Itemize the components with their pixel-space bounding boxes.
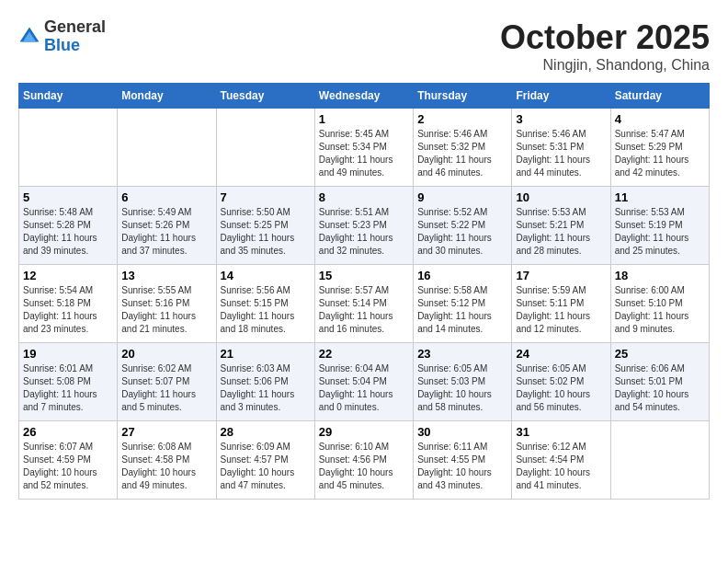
calendar-cell: 22Sunrise: 6:04 AM Sunset: 5:04 PM Dayli… (314, 343, 413, 421)
day-number: 2 (417, 112, 507, 126)
calendar-cell (216, 109, 314, 187)
day-number: 24 (516, 347, 606, 361)
day-number: 26 (23, 425, 113, 439)
day-info: Sunrise: 5:53 AM Sunset: 5:21 PM Dayligh… (516, 206, 606, 258)
day-header-friday: Friday (512, 84, 610, 109)
calendar-cell (19, 109, 118, 187)
day-info: Sunrise: 6:08 AM Sunset: 4:58 PM Dayligh… (121, 441, 211, 492)
day-info: Sunrise: 6:02 AM Sunset: 5:07 PM Dayligh… (121, 362, 211, 414)
calendar-table: SundayMondayTuesdayWednesdayThursdayFrid… (18, 83, 710, 500)
day-info: Sunrise: 5:51 AM Sunset: 5:23 PM Dayligh… (319, 206, 409, 258)
day-info: Sunrise: 6:10 AM Sunset: 4:56 PM Dayligh… (319, 441, 409, 492)
day-number: 28 (221, 425, 311, 439)
day-number: 4 (615, 112, 705, 126)
calendar-cell: 3Sunrise: 5:46 AM Sunset: 5:31 PM Daylig… (512, 109, 610, 187)
calendar-cell: 27Sunrise: 6:08 AM Sunset: 4:58 PM Dayli… (118, 421, 216, 500)
day-info: Sunrise: 6:03 AM Sunset: 5:06 PM Dayligh… (221, 362, 311, 414)
day-header-saturday: Saturday (610, 84, 709, 109)
calendar-cell: 31Sunrise: 6:12 AM Sunset: 4:54 PM Dayli… (512, 421, 610, 500)
day-info: Sunrise: 6:05 AM Sunset: 5:02 PM Dayligh… (516, 362, 606, 414)
day-info: Sunrise: 5:56 AM Sunset: 5:15 PM Dayligh… (221, 284, 311, 336)
month-title: October 2025 (500, 18, 710, 57)
day-number: 9 (417, 190, 507, 204)
day-info: Sunrise: 5:50 AM Sunset: 5:25 PM Dayligh… (221, 206, 311, 258)
day-info: Sunrise: 5:57 AM Sunset: 5:14 PM Dayligh… (319, 284, 409, 336)
day-number: 20 (121, 347, 211, 361)
day-number: 27 (121, 425, 211, 439)
logo: General Blue (18, 18, 106, 55)
calendar-week-3: 12Sunrise: 5:54 AM Sunset: 5:18 PM Dayli… (19, 265, 710, 343)
calendar-cell: 1Sunrise: 5:45 AM Sunset: 5:34 PM Daylig… (314, 109, 413, 187)
calendar-week-1: 1Sunrise: 5:45 AM Sunset: 5:34 PM Daylig… (19, 109, 710, 187)
calendar-cell: 2Sunrise: 5:46 AM Sunset: 5:32 PM Daylig… (414, 109, 512, 187)
day-number: 31 (516, 425, 606, 439)
calendar-cell: 19Sunrise: 6:01 AM Sunset: 5:08 PM Dayli… (19, 343, 118, 421)
day-number: 30 (417, 425, 507, 439)
location: Ningjin, Shandong, China (500, 57, 710, 74)
title-block: October 2025 Ningjin, Shandong, China (500, 18, 710, 74)
day-info: Sunrise: 6:05 AM Sunset: 5:03 PM Dayligh… (417, 362, 507, 414)
calendar-cell: 17Sunrise: 5:59 AM Sunset: 5:11 PM Dayli… (512, 265, 610, 343)
calendar-cell: 11Sunrise: 5:53 AM Sunset: 5:19 PM Dayli… (610, 187, 709, 265)
calendar-cell: 8Sunrise: 5:51 AM Sunset: 5:23 PM Daylig… (314, 187, 413, 265)
day-number: 12 (23, 269, 113, 282)
day-info: Sunrise: 5:47 AM Sunset: 5:29 PM Dayligh… (615, 128, 705, 179)
day-info: Sunrise: 6:09 AM Sunset: 4:57 PM Dayligh… (221, 441, 311, 492)
calendar-cell: 12Sunrise: 5:54 AM Sunset: 5:18 PM Dayli… (19, 265, 118, 343)
day-number: 25 (615, 347, 705, 361)
calendar-cell: 23Sunrise: 6:05 AM Sunset: 5:03 PM Dayli… (414, 343, 512, 421)
day-number: 3 (516, 112, 606, 126)
calendar-cell: 20Sunrise: 6:02 AM Sunset: 5:07 PM Dayli… (118, 343, 216, 421)
calendar-cell: 28Sunrise: 6:09 AM Sunset: 4:57 PM Dayli… (216, 421, 314, 500)
calendar-cell: 29Sunrise: 6:10 AM Sunset: 4:56 PM Dayli… (314, 421, 413, 500)
calendar-cell: 14Sunrise: 5:56 AM Sunset: 5:15 PM Dayli… (216, 265, 314, 343)
calendar-cell: 7Sunrise: 5:50 AM Sunset: 5:25 PM Daylig… (216, 187, 314, 265)
day-number: 1 (319, 112, 409, 126)
day-number: 15 (319, 269, 409, 282)
day-number: 7 (221, 190, 311, 204)
day-info: Sunrise: 6:04 AM Sunset: 5:04 PM Dayligh… (319, 362, 409, 414)
day-info: Sunrise: 5:48 AM Sunset: 5:28 PM Dayligh… (23, 206, 113, 258)
day-number: 21 (221, 347, 311, 361)
day-number: 11 (615, 190, 705, 204)
day-info: Sunrise: 5:59 AM Sunset: 5:11 PM Dayligh… (516, 284, 606, 336)
day-info: Sunrise: 5:55 AM Sunset: 5:16 PM Dayligh… (121, 284, 211, 336)
calendar-week-2: 5Sunrise: 5:48 AM Sunset: 5:28 PM Daylig… (19, 187, 710, 265)
day-number: 10 (516, 190, 606, 204)
calendar-cell: 6Sunrise: 5:49 AM Sunset: 5:26 PM Daylig… (118, 187, 216, 265)
day-number: 17 (516, 269, 606, 282)
calendar-cell: 25Sunrise: 6:06 AM Sunset: 5:01 PM Dayli… (610, 343, 709, 421)
calendar-cell: 13Sunrise: 5:55 AM Sunset: 5:16 PM Dayli… (118, 265, 216, 343)
day-info: Sunrise: 5:46 AM Sunset: 5:32 PM Dayligh… (417, 128, 507, 179)
calendar-cell: 21Sunrise: 6:03 AM Sunset: 5:06 PM Dayli… (216, 343, 314, 421)
logo-blue-text: Blue (44, 36, 80, 54)
day-info: Sunrise: 6:01 AM Sunset: 5:08 PM Dayligh… (23, 362, 113, 414)
calendar-week-5: 26Sunrise: 6:07 AM Sunset: 4:59 PM Dayli… (19, 421, 710, 500)
day-info: Sunrise: 5:49 AM Sunset: 5:26 PM Dayligh… (121, 206, 211, 258)
calendar-header-row: SundayMondayTuesdayWednesdayThursdayFrid… (19, 84, 710, 109)
day-info: Sunrise: 5:45 AM Sunset: 5:34 PM Dayligh… (319, 128, 409, 179)
logo-icon (18, 26, 40, 48)
day-number: 19 (23, 347, 113, 361)
page-header: General Blue October 2025 Ningjin, Shand… (18, 18, 710, 74)
calendar-cell: 26Sunrise: 6:07 AM Sunset: 4:59 PM Dayli… (19, 421, 118, 500)
day-info: Sunrise: 6:06 AM Sunset: 5:01 PM Dayligh… (615, 362, 705, 414)
day-info: Sunrise: 6:00 AM Sunset: 5:10 PM Dayligh… (615, 284, 705, 336)
day-header-sunday: Sunday (19, 84, 118, 109)
calendar-cell: 18Sunrise: 6:00 AM Sunset: 5:10 PM Dayli… (610, 265, 709, 343)
day-info: Sunrise: 6:07 AM Sunset: 4:59 PM Dayligh… (23, 441, 113, 492)
day-info: Sunrise: 5:54 AM Sunset: 5:18 PM Dayligh… (23, 284, 113, 336)
day-header-thursday: Thursday (414, 84, 512, 109)
calendar-cell (610, 421, 709, 500)
day-number: 29 (319, 425, 409, 439)
calendar-cell: 10Sunrise: 5:53 AM Sunset: 5:21 PM Dayli… (512, 187, 610, 265)
calendar-cell (118, 109, 216, 187)
day-number: 8 (319, 190, 409, 204)
day-number: 5 (23, 190, 113, 204)
calendar-cell: 24Sunrise: 6:05 AM Sunset: 5:02 PM Dayli… (512, 343, 610, 421)
day-number: 16 (417, 269, 507, 282)
calendar-cell: 5Sunrise: 5:48 AM Sunset: 5:28 PM Daylig… (19, 187, 118, 265)
day-info: Sunrise: 5:46 AM Sunset: 5:31 PM Dayligh… (516, 128, 606, 179)
calendar-cell: 16Sunrise: 5:58 AM Sunset: 5:12 PM Dayli… (414, 265, 512, 343)
calendar-cell: 4Sunrise: 5:47 AM Sunset: 5:29 PM Daylig… (610, 109, 709, 187)
